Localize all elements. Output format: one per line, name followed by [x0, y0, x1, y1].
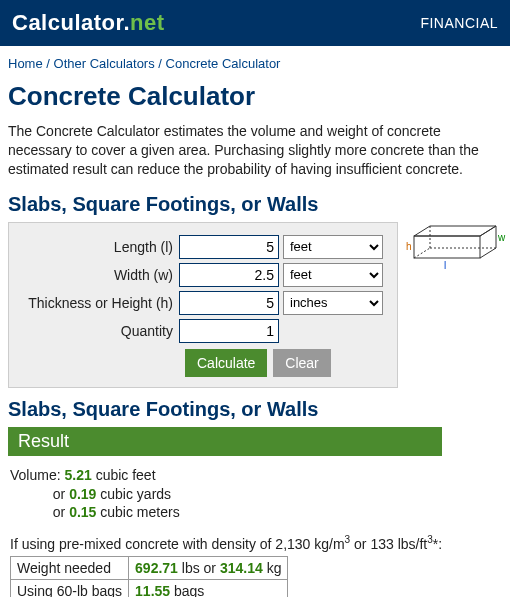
- table-row: Using 60-lb bags 11.55 bags: [11, 580, 288, 598]
- svg-line-5: [414, 248, 430, 258]
- slab-form-panel: Length (l) feet Width (w) feet Thickness…: [8, 222, 398, 388]
- label-quantity: Quantity: [19, 323, 179, 339]
- svg-rect-1: [414, 236, 480, 258]
- weight-needed-label: Weight needed: [11, 557, 129, 580]
- result-bar: Result: [8, 427, 442, 456]
- width-input[interactable]: [179, 263, 279, 287]
- volume-cubic-feet-unit: cubic feet: [96, 467, 156, 483]
- thickness-input[interactable]: [179, 291, 279, 315]
- volume-cubic-yards-unit: cubic yards: [100, 486, 171, 502]
- label-length: Length (l): [19, 239, 179, 255]
- svg-line-2: [480, 226, 496, 236]
- svg-marker-0: [414, 226, 496, 236]
- volume-cubic-meters-unit: cubic meters: [100, 504, 179, 520]
- top-nav-bar: Calculator.net FINANCIAL: [0, 0, 510, 46]
- logo-suffix: net: [130, 10, 165, 35]
- thickness-unit-select[interactable]: inches: [283, 291, 383, 315]
- label-thickness: Thickness or Height (h): [19, 295, 179, 311]
- calculate-button[interactable]: Calculate: [185, 349, 267, 377]
- svg-line-3: [480, 248, 496, 258]
- bags60-value: 11.55 bags: [129, 580, 288, 598]
- breadcrumb-home[interactable]: Home: [8, 56, 43, 71]
- diagram-l-label: l: [444, 260, 446, 271]
- breadcrumb-sep: /: [46, 56, 53, 71]
- table-row: Weight needed 692.71 lbs or 314.14 kg: [11, 557, 288, 580]
- diagram-w-label: w: [497, 232, 506, 243]
- clear-button[interactable]: Clear: [273, 349, 330, 377]
- volume-cubic-meters: 0.15: [69, 504, 96, 520]
- quantity-input[interactable]: [179, 319, 279, 343]
- result-section-heading: Slabs, Square Footings, or Walls: [8, 398, 502, 421]
- section-heading-slabs: Slabs, Square Footings, or Walls: [8, 193, 502, 216]
- volume-label: Volume:: [10, 467, 61, 483]
- logo-text: Calculator: [12, 10, 123, 35]
- length-unit-select[interactable]: feet: [283, 235, 383, 259]
- breadcrumb-other[interactable]: Other Calculators: [54, 56, 155, 71]
- or-text: or: [53, 486, 65, 502]
- or-text: or: [53, 504, 65, 520]
- intro-paragraph: The Concrete Calculator estimates the vo…: [8, 122, 502, 179]
- logo-dot: .: [123, 10, 130, 35]
- result-table: Weight needed 692.71 lbs or 314.14 kg Us…: [10, 556, 288, 597]
- cuboid-diagram: h l w: [406, 224, 506, 282]
- site-logo[interactable]: Calculator.net: [12, 10, 165, 36]
- page-title: Concrete Calculator: [8, 81, 502, 112]
- breadcrumb-current[interactable]: Concrete Calculator: [166, 56, 281, 71]
- volume-block: Volume: 5.21 cubic feet or 0.19 cubic ya…: [10, 466, 500, 523]
- density-text: If using pre-mixed concrete with density…: [10, 534, 500, 552]
- length-input[interactable]: [179, 235, 279, 259]
- nav-financial-link[interactable]: FINANCIAL: [420, 15, 498, 31]
- breadcrumb-sep: /: [158, 56, 165, 71]
- diagram-h-label: h: [406, 241, 412, 252]
- volume-cubic-feet: 5.21: [64, 467, 91, 483]
- label-width: Width (w): [19, 267, 179, 283]
- width-unit-select[interactable]: feet: [283, 263, 383, 287]
- bags60-label: Using 60-lb bags: [11, 580, 129, 598]
- breadcrumb: Home / Other Calculators / Concrete Calc…: [0, 46, 510, 77]
- weight-needed-value: 692.71 lbs or 314.14 kg: [129, 557, 288, 580]
- volume-cubic-yards: 0.19: [69, 486, 96, 502]
